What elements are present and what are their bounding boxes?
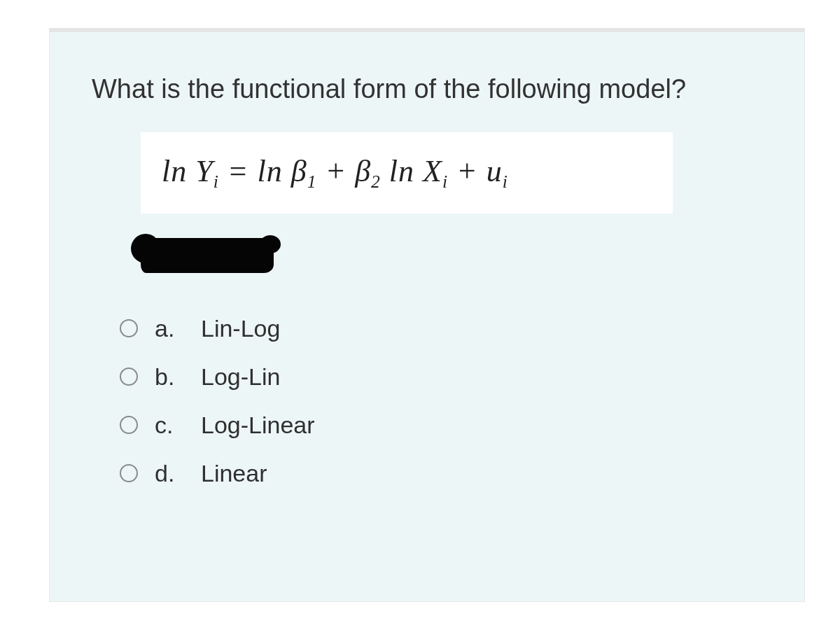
eq-lhs-var: Y bbox=[195, 154, 213, 188]
eq-equals: = bbox=[227, 154, 258, 188]
option-letter: b. bbox=[155, 363, 190, 391]
eq-plus2: + bbox=[456, 154, 486, 188]
eq-rhs2-var: X bbox=[423, 154, 442, 188]
eq-rhs1-betasub: 1 bbox=[307, 172, 317, 192]
eq-plus1: + bbox=[325, 154, 355, 188]
option-letter: a. bbox=[155, 315, 190, 342]
radio-icon[interactable] bbox=[120, 319, 138, 337]
eq-err: u bbox=[486, 154, 503, 188]
radio-icon[interactable] bbox=[120, 464, 138, 482]
eq-rhs1-ln: ln bbox=[258, 154, 283, 188]
option-letter: d. bbox=[155, 460, 190, 487]
eq-lhs-sub: i bbox=[214, 172, 219, 192]
question-prompt: What is the functional form of the follo… bbox=[92, 74, 755, 104]
eq-rhs2-beta: β bbox=[355, 154, 371, 188]
eq-rhs2-betasub: 2 bbox=[371, 172, 381, 192]
option-label: Log-Lin bbox=[201, 363, 280, 391]
eq-ln-lhs: ln bbox=[162, 154, 187, 188]
question-card: What is the functional form of the follo… bbox=[49, 28, 805, 602]
option-label: Linear bbox=[201, 460, 267, 487]
radio-icon[interactable] bbox=[120, 416, 138, 434]
option-label: Lin-Log bbox=[201, 315, 280, 342]
options-list: a. Lin-Log b. Log-Lin c. Log-Linear d. L… bbox=[120, 315, 755, 487]
option-a[interactable]: a. Lin-Log bbox=[120, 315, 755, 342]
redaction-mark bbox=[141, 238, 274, 273]
page: What is the functional form of the follo… bbox=[0, 0, 840, 630]
equation-box: ln Yi = ln β1 + β2 ln Xi + ui bbox=[141, 132, 673, 214]
option-c[interactable]: c. Log-Linear bbox=[120, 412, 755, 439]
eq-rhs2-sub: i bbox=[442, 172, 448, 192]
option-label: Log-Linear bbox=[201, 412, 315, 439]
option-b[interactable]: b. Log-Lin bbox=[120, 363, 755, 391]
radio-icon[interactable] bbox=[120, 368, 138, 386]
option-d[interactable]: d. Linear bbox=[120, 460, 755, 487]
eq-err-sub: i bbox=[503, 172, 508, 192]
eq-rhs1-beta: β bbox=[291, 154, 307, 188]
option-letter: c. bbox=[155, 412, 190, 439]
eq-rhs2-ln: ln bbox=[389, 154, 414, 188]
